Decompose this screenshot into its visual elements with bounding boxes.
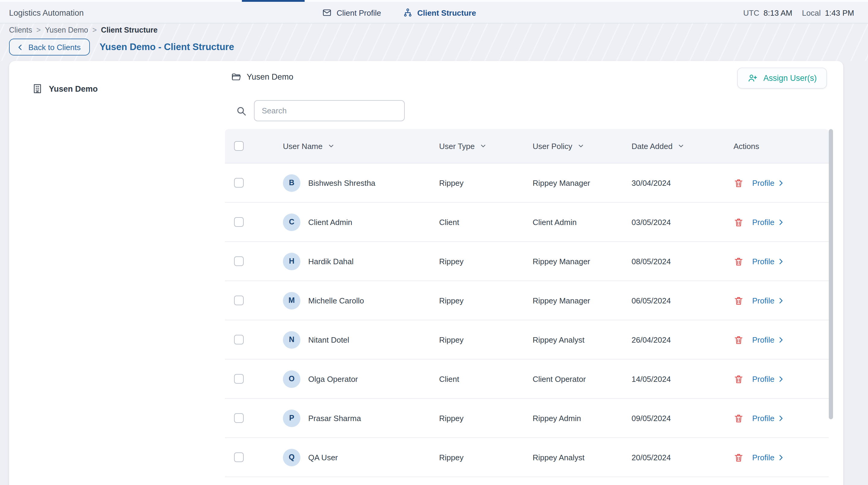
sidebar-client-label: Yusen Demo bbox=[49, 84, 98, 93]
breadcrumb-yusen-demo[interactable]: Yusen Demo bbox=[45, 26, 88, 34]
date-added: 08/05/2024 bbox=[631, 257, 734, 266]
user-type: Rippey bbox=[439, 335, 533, 344]
table-scrollbar[interactable] bbox=[829, 129, 833, 419]
table-body: B Bishwesh Shrestha Rippey Rippey Manage… bbox=[225, 163, 829, 477]
assign-users-button[interactable]: Assign User(s) bbox=[737, 67, 827, 89]
date-added: 30/04/2024 bbox=[631, 178, 734, 187]
avatar: C bbox=[283, 213, 300, 231]
app-root: Logistics Automation Client Profile Clie… bbox=[0, 0, 868, 485]
profile-link[interactable]: Profile bbox=[752, 296, 785, 305]
search-input[interactable] bbox=[254, 100, 405, 121]
select-all-checkbox[interactable] bbox=[234, 141, 244, 151]
column-user-type[interactable]: User Type bbox=[439, 142, 533, 151]
chevron-right-icon bbox=[777, 453, 785, 461]
user-policy: Rippey Admin bbox=[533, 414, 631, 423]
profile-link[interactable]: Profile bbox=[752, 453, 785, 462]
row-checkbox[interactable] bbox=[234, 452, 244, 462]
profile-link[interactable]: Profile bbox=[752, 374, 785, 383]
back-to-clients-button[interactable]: Back to Clients bbox=[9, 39, 90, 56]
breadcrumb-client-structure: Client Structure bbox=[101, 26, 158, 34]
column-user-policy[interactable]: User Policy bbox=[533, 142, 631, 151]
column-date-added[interactable]: Date Added bbox=[631, 142, 734, 151]
user-type: Client bbox=[439, 374, 533, 383]
date-added: 26/04/2024 bbox=[631, 335, 734, 344]
delete-icon[interactable] bbox=[734, 178, 744, 188]
app-title: Logistics Automation bbox=[9, 2, 84, 24]
nav-client-profile-label: Client Profile bbox=[337, 8, 381, 17]
user-name: Hardik Dahal bbox=[308, 257, 353, 266]
chevron-right-icon bbox=[777, 336, 785, 343]
column-actions: Actions bbox=[734, 142, 829, 151]
delete-icon[interactable] bbox=[734, 295, 744, 306]
breadcrumb: Clients > Yusen Demo > Client Structure bbox=[9, 25, 157, 35]
profile-link[interactable]: Profile bbox=[752, 335, 785, 344]
user-policy: Client Admin bbox=[533, 217, 631, 226]
nav-client-structure[interactable]: Client Structure bbox=[403, 8, 476, 18]
user-name: Client Admin bbox=[308, 217, 352, 226]
profile-link[interactable]: Profile bbox=[752, 257, 785, 266]
avatar: N bbox=[283, 331, 300, 348]
person-plus-icon bbox=[748, 73, 758, 83]
user-policy: Rippey Manager bbox=[533, 178, 631, 187]
row-checkbox[interactable] bbox=[234, 374, 244, 384]
users-table: User Name User Type User Policy Date Add… bbox=[225, 129, 829, 477]
column-user-name[interactable]: User Name bbox=[255, 142, 439, 151]
user-name: Prasar Sharma bbox=[308, 414, 361, 423]
row-checkbox[interactable] bbox=[234, 296, 244, 305]
profile-link[interactable]: Profile bbox=[752, 414, 785, 423]
row-checkbox[interactable] bbox=[234, 256, 244, 266]
delete-icon[interactable] bbox=[734, 256, 744, 266]
row-checkbox[interactable] bbox=[234, 217, 244, 227]
delete-icon[interactable] bbox=[734, 413, 744, 423]
profile-link[interactable]: Profile bbox=[752, 178, 785, 187]
row-checkbox[interactable] bbox=[234, 178, 244, 188]
delete-icon[interactable] bbox=[734, 452, 744, 462]
nav-client-structure-label: Client Structure bbox=[417, 8, 476, 17]
main-card: Yusen Demo Yusen Demo Assign User(s) Use… bbox=[9, 61, 843, 485]
date-added: 14/05/2024 bbox=[631, 374, 734, 383]
delete-icon[interactable] bbox=[734, 217, 744, 227]
chevron-right-icon bbox=[777, 179, 785, 187]
profile-link[interactable]: Profile bbox=[752, 217, 785, 226]
delete-icon[interactable] bbox=[734, 374, 744, 384]
table-row: H Hardik Dahal Rippey Rippey Manager 08/… bbox=[225, 242, 829, 281]
structure-icon bbox=[403, 8, 412, 18]
chevron-right-icon bbox=[777, 297, 785, 304]
page-title: Yusen Demo - Client Structure bbox=[99, 39, 234, 56]
sort-icon bbox=[577, 142, 585, 150]
assign-users-label: Assign User(s) bbox=[763, 73, 817, 83]
local-time: 1:43 PM bbox=[825, 8, 854, 17]
user-type: Rippey bbox=[439, 257, 533, 266]
delete-icon[interactable] bbox=[734, 334, 744, 345]
sort-icon bbox=[677, 142, 685, 150]
user-type: Rippey bbox=[439, 178, 533, 187]
row-checkbox[interactable] bbox=[234, 335, 244, 344]
avatar: P bbox=[283, 409, 300, 427]
chevron-right-icon bbox=[777, 375, 785, 383]
user-type: Client bbox=[439, 217, 533, 226]
table-row: Q QA User Rippey Rippey Analyst 20/05/20… bbox=[225, 438, 829, 477]
chevron-right-icon bbox=[777, 257, 785, 265]
user-policy: Rippey Manager bbox=[533, 257, 631, 266]
breadcrumb-clients[interactable]: Clients bbox=[9, 26, 32, 34]
table-row: B Bishwesh Shrestha Rippey Rippey Manage… bbox=[225, 163, 829, 203]
folder-icon bbox=[231, 72, 241, 82]
sidebar-client-node[interactable]: Yusen Demo bbox=[32, 81, 98, 96]
nav-client-profile[interactable]: Client Profile bbox=[322, 8, 381, 18]
row-checkbox[interactable] bbox=[234, 413, 244, 423]
user-name: Michelle Carollo bbox=[308, 296, 364, 305]
date-added: 20/05/2024 bbox=[631, 453, 734, 462]
sort-icon bbox=[479, 142, 487, 150]
user-name: Bishwesh Shrestha bbox=[308, 178, 375, 187]
chevron-right-icon bbox=[777, 218, 785, 226]
user-policy: Rippey Manager bbox=[533, 296, 631, 305]
user-policy: Client Operator bbox=[533, 374, 631, 383]
content-folder-title: Yusen Demo bbox=[231, 70, 293, 83]
user-policy: Rippey Analyst bbox=[533, 453, 631, 462]
user-type: Rippey bbox=[439, 296, 533, 305]
table-row: P Prasar Sharma Rippey Rippey Admin 09/0… bbox=[225, 399, 829, 438]
avatar: O bbox=[283, 370, 300, 388]
table-row: N Nitant Dotel Rippey Rippey Analyst 26/… bbox=[225, 320, 829, 360]
content-folder-label: Yusen Demo bbox=[247, 72, 293, 82]
user-type: Rippey bbox=[439, 453, 533, 462]
